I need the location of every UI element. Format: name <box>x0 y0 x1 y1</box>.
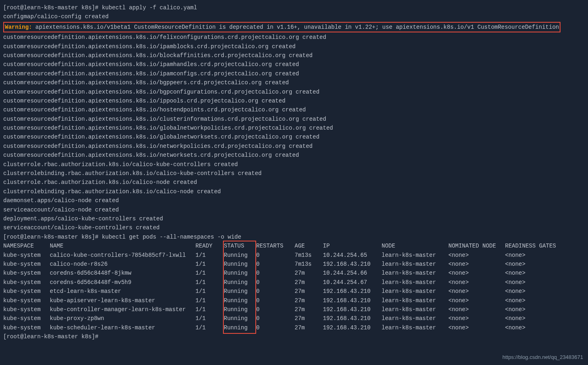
col-nominated: NOMINATED NODE <box>448 241 505 250</box>
cell-readiness: <none> <box>505 287 562 296</box>
prompt-command: kubectl apply -f calico.yaml <box>102 4 197 11</box>
cell-namespace: kube-system <box>3 269 50 277</box>
cell-age: 7m13s <box>295 260 323 269</box>
output-line: clusterrolebinding.rbac.authorization.k8… <box>3 169 585 178</box>
cell-restarts: 0 <box>256 287 295 296</box>
cell-namespace: kube-system <box>3 296 50 305</box>
cell-restarts: 0 <box>256 278 295 287</box>
cell-ready: 1/1 <box>195 323 224 332</box>
table-row: kube-systemkube-controller-manager-learn… <box>3 305 585 314</box>
cell-age: 7m13s <box>295 251 323 260</box>
cell-namespace: kube-system <box>3 260 50 269</box>
cell-status: Running <box>224 269 256 277</box>
cell-namespace: kube-system <box>3 323 50 332</box>
cell-status: Running <box>224 314 256 323</box>
output-line: customresourcedefinition.apiextensions.k… <box>3 42 585 51</box>
cell-name: coredns-6d56c8448f-8jkmw <box>50 269 195 277</box>
output-line: customresourcedefinition.apiextensions.k… <box>3 51 585 60</box>
cell-ip: 192.168.43.210 <box>323 260 382 269</box>
cell-restarts: 0 <box>256 323 295 332</box>
cell-status: Running <box>224 296 256 305</box>
cell-ready: 1/1 <box>195 260 224 269</box>
pods-header-row: NAMESPACE NAME READY STATUS RESTARTS AGE… <box>3 241 585 250</box>
table-row: kube-systemcoredns-6d56c8448f-mv5h91/1Ru… <box>3 278 585 287</box>
col-restarts: RESTARTS <box>256 241 295 250</box>
cell-node: learn-k8s-master <box>382 260 448 269</box>
table-row: kube-systemcalico-kube-controllers-7854b… <box>3 251 585 260</box>
cell-ip: 192.168.43.210 <box>323 323 382 332</box>
col-ready: READY <box>195 241 224 250</box>
cell-restarts: 0 <box>256 251 295 260</box>
cell-name: kube-controller-manager-learn-k8s-master <box>50 305 195 314</box>
output-line: deployment.apps/calico-kube-controllers … <box>3 214 585 223</box>
output-line: customresourcedefinition.apiextensions.k… <box>3 142 585 151</box>
cell-readiness: <none> <box>505 260 562 269</box>
output-line: customresourcedefinition.apiextensions.k… <box>3 151 585 160</box>
cell-name: etcd-learn-k8s-master <box>50 287 195 296</box>
prompt-user-host: [root@learn-k8s-master k8s]# <box>3 4 98 11</box>
cell-status: Running <box>224 251 256 260</box>
col-readiness: READINESS GATES <box>505 241 562 250</box>
col-node: NODE <box>382 241 448 250</box>
col-age: AGE <box>295 241 323 250</box>
cell-nominated: <none> <box>448 314 505 323</box>
cell-name: kube-apiserver-learn-k8s-master <box>50 296 195 305</box>
cell-ready: 1/1 <box>195 278 224 287</box>
prompt-line-1: [root@learn-k8s-master k8s]# kubectl app… <box>3 3 585 12</box>
apply-output-block: configmap/calico-config created <box>3 12 585 21</box>
cell-name: calico-node-r8s26 <box>50 260 195 269</box>
cell-node: learn-k8s-master <box>382 323 448 332</box>
cell-node: learn-k8s-master <box>382 296 448 305</box>
col-status: STATUS <box>224 241 256 250</box>
cell-node: learn-k8s-master <box>382 314 448 323</box>
cell-readiness: <none> <box>505 296 562 305</box>
cell-node: learn-k8s-master <box>382 251 448 260</box>
cell-ready: 1/1 <box>195 251 224 260</box>
cell-node: learn-k8s-master <box>382 269 448 277</box>
warning-highlight-box: Warning: apiextensions.k8s.io/v1beta1 Cu… <box>3 22 560 32</box>
cell-namespace: kube-system <box>3 251 50 260</box>
cell-ip: 10.244.254.66 <box>323 269 382 277</box>
prompt-command: kubectl get pods --all-namespaces -o wid… <box>102 234 241 240</box>
col-ip: IP <box>323 241 382 250</box>
cell-restarts: 0 <box>256 260 295 269</box>
cell-restarts: 0 <box>256 296 295 305</box>
prompt-line-2: [root@learn-k8s-master k8s]# kubectl get… <box>3 233 585 241</box>
cell-age: 27m <box>295 314 323 323</box>
cell-nominated: <none> <box>448 287 505 296</box>
pods-rows-container: kube-systemcalico-kube-controllers-7854b… <box>3 251 585 333</box>
cell-status: Running <box>224 323 256 332</box>
output-line: customresourcedefinition.apiextensions.k… <box>3 69 585 78</box>
output-line: customresourcedefinition.apiextensions.k… <box>3 60 585 69</box>
cell-namespace: kube-system <box>3 287 50 296</box>
cell-ready: 1/1 <box>195 314 224 323</box>
terminal-output[interactable]: [root@learn-k8s-master k8s]# kubectl app… <box>3 3 585 341</box>
cell-ready: 1/1 <box>195 305 224 314</box>
cell-age: 27m <box>295 305 323 314</box>
cell-name: coredns-6d56c8448f-mv5h9 <box>50 278 195 287</box>
output-line: customresourcedefinition.apiextensions.k… <box>3 33 585 42</box>
cell-namespace: kube-system <box>3 278 50 287</box>
cell-readiness: <none> <box>505 251 562 260</box>
output-line: clusterrolebinding.rbac.authorization.k8… <box>3 187 585 196</box>
output-line: clusterrole.rbac.authorization.k8s.io/ca… <box>3 178 585 187</box>
cell-ip: 192.168.43.210 <box>323 296 382 305</box>
cell-ip: 192.168.43.210 <box>323 314 382 323</box>
cell-readiness: <none> <box>505 305 562 314</box>
prompt-user-host: [root@learn-k8s-master k8s]# <box>3 234 98 240</box>
cell-status: Running <box>224 278 256 287</box>
cell-ready: 1/1 <box>195 296 224 305</box>
cell-restarts: 0 <box>256 314 295 323</box>
table-row: kube-systemkube-proxy-zp8wn1/1Running027… <box>3 314 585 323</box>
cell-readiness: <none> <box>505 314 562 323</box>
crd-output-block: customresourcedefinition.apiextensions.k… <box>3 33 585 233</box>
cell-age: 27m <box>295 323 323 332</box>
col-name: NAME <box>50 241 195 250</box>
cell-readiness: <none> <box>505 323 562 332</box>
cell-readiness: <none> <box>505 269 562 277</box>
cell-ip: 192.168.43.210 <box>323 305 382 314</box>
cell-age: 27m <box>295 287 323 296</box>
cell-restarts: 0 <box>256 305 295 314</box>
output-line: customresourcedefinition.apiextensions.k… <box>3 96 585 105</box>
output-line: serviceaccount/calico-kube-controllers c… <box>3 223 585 232</box>
